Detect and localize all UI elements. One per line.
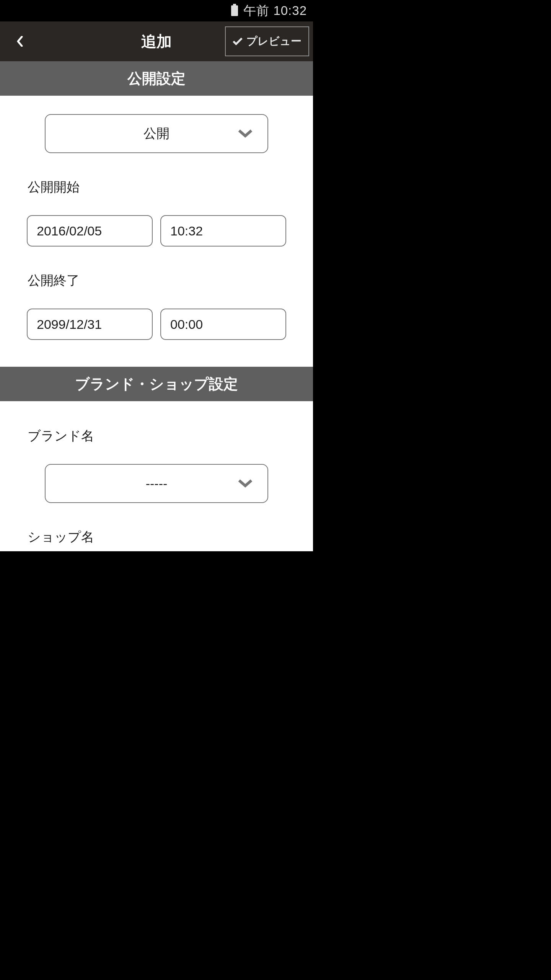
battery-icon: [231, 5, 238, 16]
start-label: 公開開始: [28, 178, 286, 196]
section-title: 公開設定: [127, 69, 186, 88]
status-clock: 午前 10:32: [243, 2, 307, 20]
end-date-value: 2099/12/31: [37, 317, 102, 332]
section-header-brand-shop: ブランド・ショップ設定: [0, 367, 313, 401]
chevron-down-icon: [238, 479, 253, 488]
page-title: 追加: [141, 31, 172, 52]
end-date-input[interactable]: 2099/12/31: [27, 309, 153, 340]
end-time-value: 00:00: [170, 317, 203, 332]
end-datetime-row: 2099/12/31 00:00: [27, 309, 286, 340]
start-datetime-row: 2016/02/05 10:32: [27, 215, 286, 247]
preview-button[interactable]: プレビュー: [225, 26, 309, 56]
preview-label: プレビュー: [246, 34, 302, 49]
start-time-input[interactable]: 10:32: [160, 215, 286, 247]
end-time-input[interactable]: 00:00: [160, 309, 286, 340]
brand-dropdown[interactable]: -----: [45, 464, 268, 503]
app-header: 追加 プレビュー: [0, 21, 313, 61]
end-label: 公開終了: [28, 272, 286, 289]
brand-shop-settings-content: ブランド名 ----- ショップ名 -----: [0, 401, 313, 551]
back-button[interactable]: [11, 32, 29, 51]
shop-label: ショップ名: [28, 528, 286, 546]
visibility-dropdown[interactable]: 公開: [45, 114, 268, 153]
section-header-publish: 公開設定: [0, 61, 313, 96]
brand-selected: -----: [46, 476, 267, 491]
start-time-value: 10:32: [170, 224, 203, 238]
section-title: ブランド・ショップ設定: [75, 374, 238, 394]
publish-settings-content: 公開 公開開始 2016/02/05 10:32 公開終了 2099/12/31…: [0, 96, 313, 367]
check-icon: [233, 38, 243, 45]
brand-shop-form: ブランド名 ----- ショップ名 -----: [0, 401, 313, 551]
brand-label: ブランド名: [28, 427, 286, 445]
chevron-left-icon: [16, 36, 23, 47]
chevron-down-icon: [238, 129, 253, 138]
visibility-selected: 公開: [46, 125, 267, 142]
start-date-input[interactable]: 2016/02/05: [27, 215, 153, 247]
status-bar: 午前 10:32: [0, 0, 313, 21]
publish-form: 公開 公開開始 2016/02/05 10:32 公開終了 2099/12/31…: [0, 96, 313, 363]
start-date-value: 2016/02/05: [37, 224, 102, 238]
